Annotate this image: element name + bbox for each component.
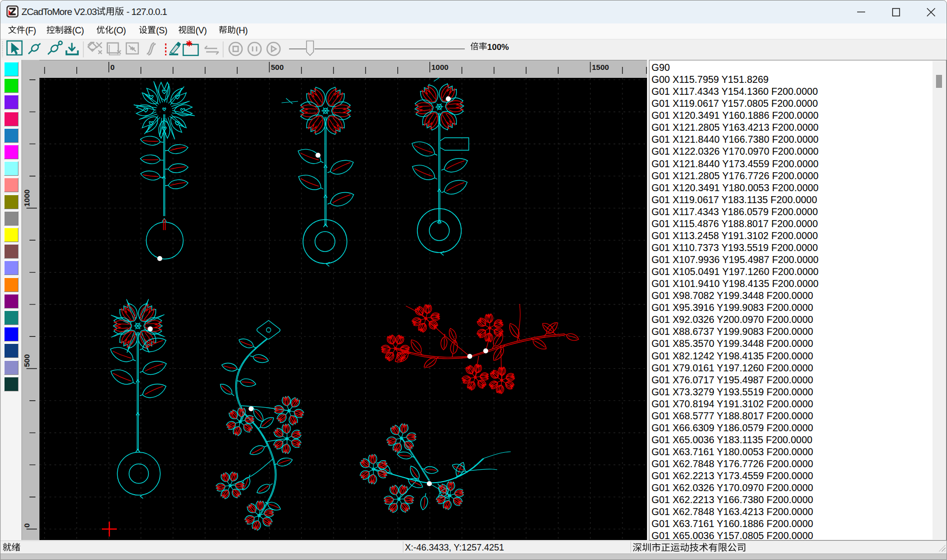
svg-text:0: 0 xyxy=(22,523,31,528)
svg-text:500: 500 xyxy=(22,354,31,367)
svg-text:1500: 1500 xyxy=(592,63,609,71)
svg-text:500: 500 xyxy=(271,63,284,71)
svg-text:1000: 1000 xyxy=(22,190,31,207)
svg-text:1000: 1000 xyxy=(431,63,448,71)
svg-text:0: 0 xyxy=(110,63,115,71)
